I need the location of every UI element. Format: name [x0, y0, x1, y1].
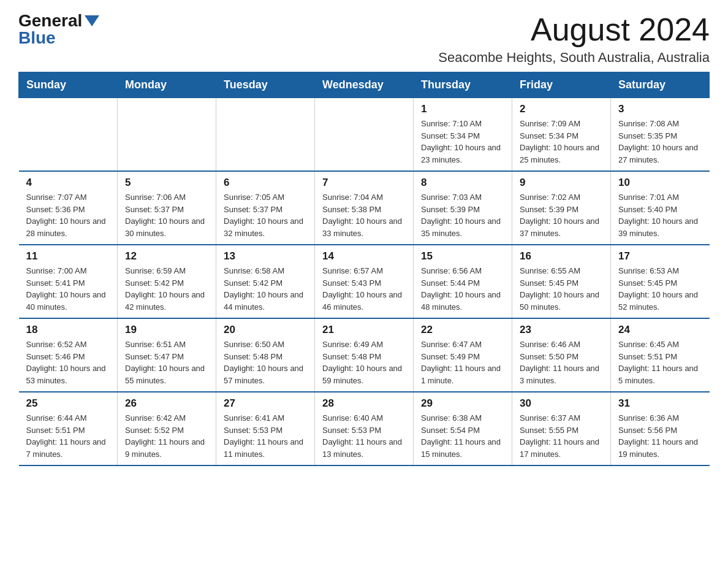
header: General Blue August 2024 Seacombe Height…: [18, 12, 710, 66]
day-info-18: Sunrise: 6:52 AMSunset: 5:46 PMDaylight:…: [26, 339, 110, 386]
calendar-cell-w1-d6: 2Sunrise: 7:09 AMSunset: 5:34 PMDaylight…: [512, 98, 611, 172]
day-info-4: Sunrise: 7:07 AMSunset: 5:36 PMDaylight:…: [26, 191, 110, 239]
calendar-cell-w1-d7: 3Sunrise: 7:08 AMSunset: 5:35 PMDaylight…: [611, 98, 710, 172]
calendar-cell-w3-d1: 11Sunrise: 7:00 AMSunset: 5:41 PMDayligh…: [19, 245, 118, 318]
day-number-23: 23: [520, 324, 603, 336]
week-row-4: 18Sunrise: 6:52 AMSunset: 5:46 PMDayligh…: [19, 318, 710, 392]
logo: General Blue: [18, 12, 99, 47]
header-friday: Friday: [512, 72, 611, 98]
day-number-17: 17: [618, 250, 702, 262]
calendar-table: SundayMondayTuesdayWednesdayThursdayFrid…: [18, 72, 710, 466]
day-number-21: 21: [322, 324, 406, 336]
calendar-cell-w5-d3: 27Sunrise: 6:41 AMSunset: 5:53 PMDayligh…: [216, 392, 315, 465]
calendar-cell-w5-d6: 30Sunrise: 6:37 AMSunset: 5:55 PMDayligh…: [512, 392, 611, 465]
week-row-5: 25Sunrise: 6:44 AMSunset: 5:51 PMDayligh…: [19, 392, 710, 465]
calendar-cell-w4-d2: 19Sunrise: 6:51 AMSunset: 5:47 PMDayligh…: [118, 318, 216, 392]
day-number-29: 29: [421, 397, 504, 410]
logo-general-text: General: [18, 12, 82, 29]
day-info-25: Sunrise: 6:44 AMSunset: 5:51 PMDaylight:…: [26, 412, 110, 460]
day-number-24: 24: [618, 324, 702, 336]
day-number-22: 22: [421, 324, 504, 336]
day-number-27: 27: [224, 397, 307, 410]
day-number-3: 3: [618, 103, 702, 115]
day-info-9: Sunrise: 7:02 AMSunset: 5:39 PMDaylight:…: [520, 191, 603, 239]
calendar-cell-w5-d1: 25Sunrise: 6:44 AMSunset: 5:51 PMDayligh…: [19, 392, 118, 465]
calendar-cell-w1-d2: [118, 98, 216, 172]
day-info-2: Sunrise: 7:09 AMSunset: 5:34 PMDaylight:…: [520, 118, 603, 166]
calendar-cell-w4-d5: 22Sunrise: 6:47 AMSunset: 5:49 PMDayligh…: [414, 318, 512, 392]
calendar-cell-w5-d7: 31Sunrise: 6:36 AMSunset: 5:56 PMDayligh…: [611, 392, 710, 465]
day-number-2: 2: [520, 103, 603, 115]
calendar-cell-w5-d2: 26Sunrise: 6:42 AMSunset: 5:52 PMDayligh…: [118, 392, 216, 465]
day-info-7: Sunrise: 7:04 AMSunset: 5:38 PMDaylight:…: [322, 191, 406, 239]
calendar-cell-w5-d5: 29Sunrise: 6:38 AMSunset: 5:54 PMDayligh…: [414, 392, 512, 465]
day-info-30: Sunrise: 6:37 AMSunset: 5:55 PMDaylight:…: [520, 412, 603, 460]
calendar-cell-w2-d7: 10Sunrise: 7:01 AMSunset: 5:40 PMDayligh…: [611, 171, 710, 245]
calendar-cell-w4-d1: 18Sunrise: 6:52 AMSunset: 5:46 PMDayligh…: [19, 318, 118, 392]
day-info-31: Sunrise: 6:36 AMSunset: 5:56 PMDaylight:…: [618, 412, 702, 460]
day-info-15: Sunrise: 6:56 AMSunset: 5:44 PMDaylight:…: [421, 265, 504, 313]
day-number-18: 18: [26, 324, 110, 336]
day-info-24: Sunrise: 6:45 AMSunset: 5:51 PMDaylight:…: [618, 339, 702, 386]
calendar-cell-w1-d4: [315, 98, 414, 172]
day-info-22: Sunrise: 6:47 AMSunset: 5:49 PMDaylight:…: [421, 339, 504, 386]
day-number-4: 4: [26, 177, 110, 189]
calendar-cell-w2-d3: 6Sunrise: 7:05 AMSunset: 5:37 PMDaylight…: [216, 171, 315, 245]
day-number-6: 6: [224, 177, 307, 189]
calendar-cell-w1-d3: [216, 98, 315, 172]
calendar-cell-w3-d2: 12Sunrise: 6:59 AMSunset: 5:42 PMDayligh…: [118, 245, 216, 318]
calendar-cell-w2-d4: 7Sunrise: 7:04 AMSunset: 5:38 PMDaylight…: [315, 171, 414, 245]
calendar-cell-w5-d4: 28Sunrise: 6:40 AMSunset: 5:53 PMDayligh…: [315, 392, 414, 465]
day-number-30: 30: [520, 397, 603, 410]
day-info-29: Sunrise: 6:38 AMSunset: 5:54 PMDaylight:…: [421, 412, 504, 460]
day-info-11: Sunrise: 7:00 AMSunset: 5:41 PMDaylight:…: [26, 265, 110, 313]
day-number-9: 9: [520, 177, 603, 189]
day-info-5: Sunrise: 7:06 AMSunset: 5:37 PMDaylight:…: [125, 191, 208, 239]
calendar-cell-w4-d4: 21Sunrise: 6:49 AMSunset: 5:48 PMDayligh…: [315, 318, 414, 392]
day-info-10: Sunrise: 7:01 AMSunset: 5:40 PMDaylight:…: [618, 191, 702, 239]
calendar-cell-w3-d3: 13Sunrise: 6:58 AMSunset: 5:42 PMDayligh…: [216, 245, 315, 318]
day-info-3: Sunrise: 7:08 AMSunset: 5:35 PMDaylight:…: [618, 118, 702, 166]
day-number-12: 12: [125, 250, 208, 262]
week-row-2: 4Sunrise: 7:07 AMSunset: 5:36 PMDaylight…: [19, 171, 710, 245]
logo-blue-text: Blue: [18, 29, 56, 47]
day-info-26: Sunrise: 6:42 AMSunset: 5:52 PMDaylight:…: [125, 412, 208, 460]
header-sunday: Sunday: [19, 72, 118, 98]
calendar-cell-w2-d6: 9Sunrise: 7:02 AMSunset: 5:39 PMDaylight…: [512, 171, 611, 245]
month-title: August 2024: [438, 12, 710, 47]
day-number-20: 20: [224, 324, 307, 336]
week-row-1: 1Sunrise: 7:10 AMSunset: 5:34 PMDaylight…: [19, 98, 710, 172]
day-info-13: Sunrise: 6:58 AMSunset: 5:42 PMDaylight:…: [224, 265, 307, 313]
header-monday: Monday: [118, 72, 216, 98]
day-number-16: 16: [520, 250, 603, 262]
calendar-body: 1Sunrise: 7:10 AMSunset: 5:34 PMDaylight…: [19, 98, 710, 466]
calendar-cell-w2-d2: 5Sunrise: 7:06 AMSunset: 5:37 PMDaylight…: [118, 171, 216, 245]
day-info-17: Sunrise: 6:53 AMSunset: 5:45 PMDaylight:…: [618, 265, 702, 313]
day-number-15: 15: [421, 250, 504, 262]
header-thursday: Thursday: [414, 72, 512, 98]
day-number-19: 19: [125, 324, 208, 336]
day-number-25: 25: [26, 397, 110, 410]
day-number-26: 26: [125, 397, 208, 410]
day-number-13: 13: [224, 250, 307, 262]
day-number-1: 1: [421, 103, 504, 115]
calendar-cell-w1-d5: 1Sunrise: 7:10 AMSunset: 5:34 PMDaylight…: [414, 98, 512, 172]
day-number-7: 7: [322, 177, 406, 189]
day-number-14: 14: [322, 250, 406, 262]
calendar-cell-w3-d7: 17Sunrise: 6:53 AMSunset: 5:45 PMDayligh…: [611, 245, 710, 318]
day-number-28: 28: [322, 397, 406, 410]
calendar-cell-w1-d1: [19, 98, 118, 172]
day-info-16: Sunrise: 6:55 AMSunset: 5:45 PMDaylight:…: [520, 265, 603, 313]
calendar-cell-w3-d5: 15Sunrise: 6:56 AMSunset: 5:44 PMDayligh…: [414, 245, 512, 318]
title-area: August 2024 Seacombe Heights, South Aust…: [438, 12, 710, 66]
header-tuesday: Tuesday: [216, 72, 315, 98]
day-info-6: Sunrise: 7:05 AMSunset: 5:37 PMDaylight:…: [224, 191, 307, 239]
calendar-cell-w3-d4: 14Sunrise: 6:57 AMSunset: 5:43 PMDayligh…: [315, 245, 414, 318]
header-wednesday: Wednesday: [315, 72, 414, 98]
day-number-11: 11: [26, 250, 110, 262]
day-info-14: Sunrise: 6:57 AMSunset: 5:43 PMDaylight:…: [322, 265, 406, 313]
day-info-12: Sunrise: 6:59 AMSunset: 5:42 PMDaylight:…: [125, 265, 208, 313]
calendar-cell-w2-d5: 8Sunrise: 7:03 AMSunset: 5:39 PMDaylight…: [414, 171, 512, 245]
day-info-23: Sunrise: 6:46 AMSunset: 5:50 PMDaylight:…: [520, 339, 603, 386]
day-info-20: Sunrise: 6:50 AMSunset: 5:48 PMDaylight:…: [224, 339, 307, 386]
